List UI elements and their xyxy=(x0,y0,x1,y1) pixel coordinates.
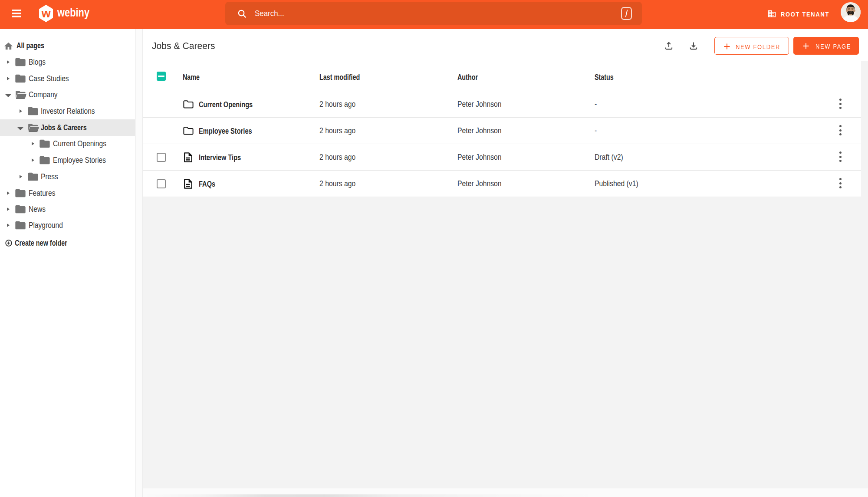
svg-text:w: w xyxy=(41,7,51,20)
